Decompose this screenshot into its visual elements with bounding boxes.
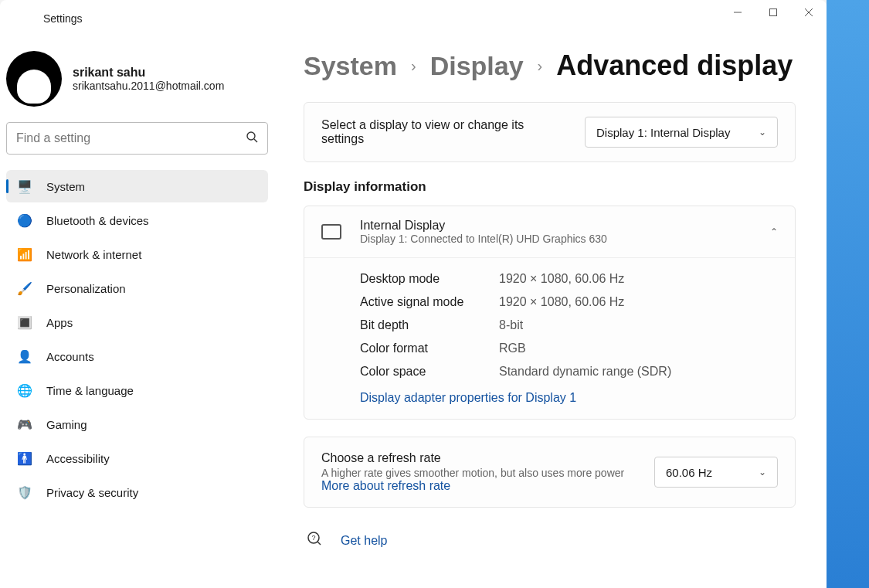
nav-item-accessibility[interactable]: 🚹Accessibility [6,442,268,474]
nav-label: System [46,180,85,193]
display-info-subtitle: Display 1: Connected to Intel(R) UHD Gra… [360,233,752,245]
nav-label: Accessibility [46,452,110,465]
spec-key: Bit depth [360,318,499,332]
chevron-down-icon: ⌄ [759,127,766,138]
refresh-title: Choose a refresh rate [321,451,638,465]
user-profile[interactable]: srikant sahu srikantsahu.2011@hotmail.co… [6,43,268,117]
spec-key: Active signal mode [360,295,499,309]
search-box[interactable] [6,122,268,155]
user-email: srikantsahu.2011@hotmail.com [73,80,224,92]
nav-icon: 🎮 [17,416,32,432]
nav-icon: 🛡️ [17,484,32,500]
spec-value: RGB [499,342,526,355]
nav-icon: 🚹 [17,450,32,466]
display-select-value: Display 1: Internal Display [596,126,730,139]
nav-label: Accounts [46,350,94,363]
crumb-display[interactable]: Display [430,51,524,81]
nav-label: Privacy & security [46,486,138,499]
section-heading: Display information [304,179,796,195]
chevron-right-icon: › [411,57,416,75]
display-select-label: Select a display to view or change its s… [321,118,553,146]
help-icon: ? [307,531,322,550]
refresh-description: A higher rate gives smoother motion, but… [321,467,638,493]
maximize-button[interactable] [755,0,791,25]
spec-row: Active signal mode1920 × 1080, 60.06 Hz [360,291,778,314]
nav-item-gaming[interactable]: 🎮Gaming [6,408,268,440]
chevron-down-icon: ⌄ [759,467,766,478]
crumb-current: Advanced display [556,49,793,82]
spec-row: Desktop mode1920 × 1080, 60.06 Hz [360,267,778,291]
svg-rect-1 [770,9,777,16]
refresh-rate-dropdown[interactable]: 60.06 Hz ⌄ [654,457,778,488]
nav-icon: 🔵 [17,212,32,228]
user-name: srikant sahu [73,66,224,80]
svg-point-2 [247,132,255,140]
spec-value: Standard dynamic range (SDR) [499,365,671,379]
nav-label: Bluetooth & devices [46,214,149,227]
nav-icon: 📶 [17,246,32,262]
avatar [6,51,62,107]
nav-icon: 🖥️ [17,178,32,194]
refresh-rate-value: 60.06 Hz [666,466,712,479]
app-title: Settings [43,12,83,25]
minimize-button[interactable] [720,0,755,25]
nav-label: Apps [46,316,73,329]
breadcrumb: System › Display › Advanced display [304,49,796,82]
display-info-title: Internal Display [360,219,752,233]
nav-item-network-internet[interactable]: 📶Network & internet [6,238,268,270]
search-input[interactable] [16,131,246,145]
spec-value: 1920 × 1080, 60.06 Hz [499,272,624,286]
nav-label: Personalization [46,282,126,295]
spec-row: Bit depth8-bit [360,314,778,337]
close-button[interactable] [791,0,827,25]
nav-icon: 🖌️ [17,280,32,296]
nav-icon: 🌐 [17,382,32,398]
monitor-icon [321,224,341,240]
get-help-row: ? Get help [304,525,796,556]
spec-row: Color spaceStandard dynamic range (SDR) [360,360,778,383]
nav-item-privacy-security[interactable]: 🛡️Privacy & security [6,476,268,508]
svg-line-3 [254,139,257,142]
nav-icon: 🔳 [17,314,32,330]
adapter-properties-link[interactable]: Display adapter properties for Display 1 [360,391,576,405]
refresh-more-link[interactable]: More about refresh rate [321,479,450,493]
nav-item-system[interactable]: 🖥️System [6,170,268,202]
nav-item-apps[interactable]: 🔳Apps [6,306,268,338]
nav-label: Time & language [46,384,134,397]
spec-row: Color formatRGB [360,337,778,360]
nav-label: Network & internet [46,248,141,261]
nav-item-personalization[interactable]: 🖌️Personalization [6,272,268,304]
spec-key: Color format [360,342,499,355]
chevron-up-icon: ⌃ [770,226,778,237]
nav-item-accounts[interactable]: 👤Accounts [6,340,268,372]
get-help-link[interactable]: Get help [341,534,387,548]
crumb-system[interactable]: System [304,51,397,81]
spec-key: Desktop mode [360,272,499,286]
spec-value: 1920 × 1080, 60.06 Hz [499,295,624,309]
nav-icon: 👤 [17,348,32,364]
display-info-header[interactable]: Internal Display Display 1: Connected to… [304,206,795,258]
nav-label: Gaming [46,418,87,431]
nav-item-time-language[interactable]: 🌐Time & language [6,374,268,406]
spec-key: Color space [360,365,499,379]
svg-text:?: ? [312,534,316,542]
display-select-dropdown[interactable]: Display 1: Internal Display ⌄ [585,117,778,148]
spec-value: 8-bit [499,318,523,332]
search-icon [246,131,258,146]
chevron-right-icon: › [538,57,543,75]
nav-item-bluetooth-devices[interactable]: 🔵Bluetooth & devices [6,204,268,236]
